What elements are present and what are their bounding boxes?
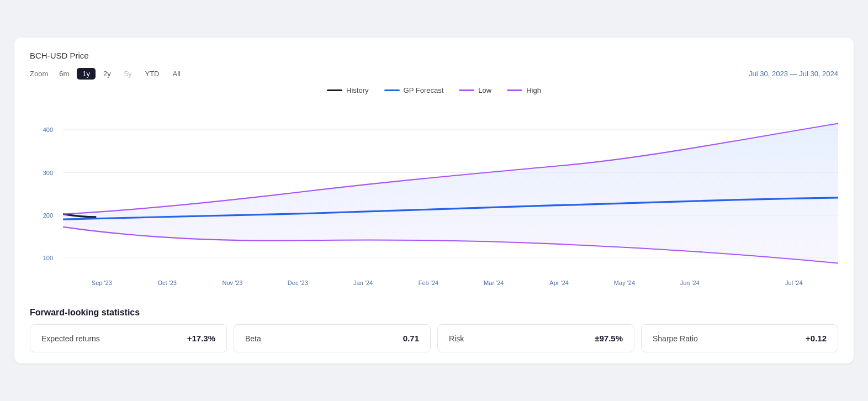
stat-expected-returns-value: +17.3% xyxy=(187,334,215,343)
zoom-label: Zoom xyxy=(30,70,48,78)
legend-history-line xyxy=(327,89,342,91)
stat-beta-value: 0.71 xyxy=(403,334,419,343)
x-label-apr24: Apr '24 xyxy=(549,279,569,286)
stat-expected-returns-label: Expected returns xyxy=(41,334,100,343)
zoom-bar: Zoom 6m 1y 2y 5y YTD All Jul 30, 2023 — … xyxy=(30,68,838,80)
stat-risk-label: Risk xyxy=(449,334,464,343)
legend-low-line xyxy=(459,89,474,91)
x-label-sep23: Sep '23 xyxy=(92,279,112,286)
stats-row: Expected returns +17.3% Beta 0.71 Risk ±… xyxy=(30,324,838,352)
legend-history: History xyxy=(327,86,368,94)
y-label-200: 200 xyxy=(43,212,53,219)
chart-svg: 100 200 300 400 xyxy=(30,99,838,298)
date-range: Jul 30, 2023 — Jul 30, 2024 xyxy=(749,70,838,78)
chart-area: 100 200 300 400 xyxy=(30,99,838,298)
section-title: Forward-looking statistics xyxy=(30,308,838,318)
forecast-band xyxy=(63,123,838,263)
legend-gp-label: GP Forecast xyxy=(404,86,444,94)
zoom-btn-ytd[interactable]: YTD xyxy=(140,68,165,80)
zoom-btn-all[interactable]: All xyxy=(167,68,186,80)
x-label-may24: May '24 xyxy=(614,279,635,286)
stat-sharpe-ratio: Sharpe Ratio +0.12 xyxy=(641,324,838,352)
stat-sharpe-value: +0.12 xyxy=(806,334,827,343)
x-label-nov23: Nov '23 xyxy=(222,279,242,286)
x-label-dec23: Dec '23 xyxy=(288,279,308,286)
legend-high: High xyxy=(507,86,541,94)
legend-low-label: Low xyxy=(478,86,491,94)
zoom-btn-2y[interactable]: 2y xyxy=(98,68,117,80)
x-label-mar24: Mar '24 xyxy=(484,279,504,286)
x-label-jan24: Jan '24 xyxy=(353,279,373,286)
legend-history-label: History xyxy=(346,86,368,94)
stat-risk-value: ±97.5% xyxy=(595,334,623,343)
x-label-oct23: Oct '23 xyxy=(157,279,177,286)
main-card: BCH-USD Price Zoom 6m 1y 2y 5y YTD All J… xyxy=(14,38,854,363)
y-label-400: 400 xyxy=(43,126,53,133)
stat-risk: Risk ±97.5% xyxy=(437,324,634,352)
y-label-300: 300 xyxy=(43,169,53,176)
legend-gp-forecast: GP Forecast xyxy=(384,86,444,94)
zoom-btn-6m[interactable]: 6m xyxy=(54,68,75,80)
stat-beta-label: Beta xyxy=(245,334,261,343)
legend-gp-line xyxy=(384,89,400,91)
y-label-100: 100 xyxy=(43,255,53,261)
legend-high-line xyxy=(507,89,522,91)
legend: History GP Forecast Low High xyxy=(30,86,838,94)
x-label-jun24: Jun '24 xyxy=(680,279,700,286)
stat-sharpe-label: Sharpe Ratio xyxy=(653,334,698,343)
x-label-feb24: Feb '24 xyxy=(419,279,438,286)
x-label-jul24: Jul '24 xyxy=(785,279,803,286)
zoom-controls: Zoom 6m 1y 2y 5y YTD All xyxy=(30,68,186,80)
zoom-btn-1y[interactable]: 1y xyxy=(77,68,96,80)
stat-expected-returns: Expected returns +17.3% xyxy=(30,324,227,352)
zoom-btn-5y[interactable]: 5y xyxy=(119,68,137,80)
legend-high-label: High xyxy=(526,86,541,94)
stat-beta: Beta 0.71 xyxy=(234,324,431,352)
chart-title: BCH-USD Price xyxy=(30,51,838,60)
legend-low: Low xyxy=(459,86,491,94)
